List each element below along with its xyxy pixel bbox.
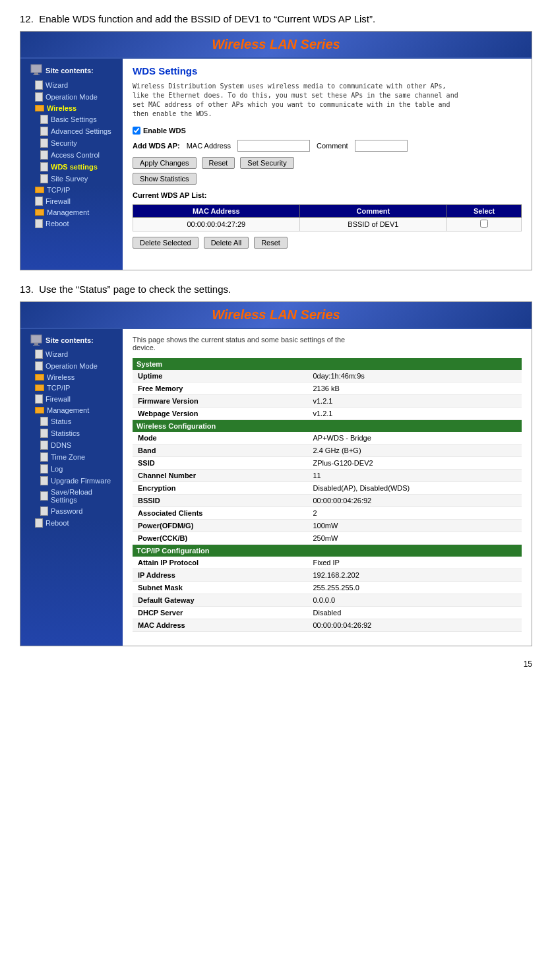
wds-description: Wireless Distribution System uses wirele…: [133, 82, 522, 119]
sidebar-item-firewall-status[interactable]: Firewall: [20, 393, 123, 405]
sidebar-item-log-status[interactable]: Log: [20, 463, 123, 475]
sidebar-item-statistics-status[interactable]: Statistics: [20, 427, 123, 439]
sidebar-status: Site contents: Wizard Operation Mode Wir…: [20, 329, 123, 646]
sidebar-item-wizard-wds[interactable]: Wizard: [20, 79, 123, 91]
sidebar-item-security-wds[interactable]: Security: [20, 137, 123, 149]
sidebar-item-status-status[interactable]: Status: [20, 415, 123, 427]
wds-section-title: WDS Settings: [133, 65, 522, 77]
bssid-value: 00:00:00:04:26:92: [308, 495, 522, 507]
wlan-header-1: Wireless LAN Series: [20, 32, 532, 57]
wireless-header-row: Wireless Configuration: [133, 420, 522, 433]
sidebar-item-wireless-wds[interactable]: Wireless: [20, 103, 123, 113]
sidebar-item-password-status[interactable]: Password: [20, 505, 123, 517]
sidebar-item-firmware-status[interactable]: Upgrade Firmware: [20, 475, 123, 487]
doc-icon-reboot-wds: [35, 219, 43, 228]
mac-label: MAC Address: [133, 619, 308, 632]
gateway-row: Default Gateway 0.0.0.0: [133, 594, 522, 607]
reset-button-1[interactable]: Reset: [202, 157, 235, 169]
attain-label: Attain IP Protocol: [133, 557, 308, 569]
sidebar-item-firewall-wds[interactable]: Firewall: [20, 195, 123, 207]
svg-rect-4: [34, 343, 38, 345]
power-ofdm-row: Power(OFDM/G) 100mW: [133, 520, 522, 532]
cell-mac-1: 00:00:00:04:27:29: [133, 218, 300, 231]
sidebar-item-advanced-wds[interactable]: Advanced Settings: [20, 125, 123, 137]
sidebar-item-reboot-wds[interactable]: Reboot: [20, 218, 123, 230]
enable-wds-checkbox[interactable]: [133, 127, 140, 135]
mac-row: MAC Address 00:00:00:04:26:92: [133, 619, 522, 632]
power-cck-label: Power(CCK/B): [133, 532, 308, 545]
sidebar-title-text-wds: Site contents:: [46, 67, 94, 75]
sidebar-item-opmode-status[interactable]: Operation Mode: [20, 360, 123, 372]
svg-rect-2: [33, 75, 40, 75]
main-content-wds: WDS Settings Wireless Distribution Syste…: [123, 59, 532, 270]
band-row: Band 2.4 GHz (B+G): [133, 444, 522, 457]
doc-icon-firewall-status: [35, 394, 43, 404]
pc-icon-wds: [30, 63, 43, 78]
dhcp-label: DHCP Server: [133, 607, 308, 619]
doc-icon-reboot-status: [35, 518, 43, 528]
sidebar-item-tcpip-wds[interactable]: TCP/IP: [20, 185, 123, 195]
sidebar-wds: Site contents: Wizard Operation Mode Wir…: [20, 59, 123, 270]
svg-rect-3: [31, 335, 42, 343]
sidebar-item-access-wds[interactable]: Access Control: [20, 149, 123, 161]
ssid-row: SSID ZPlus-G120-DEV2: [133, 457, 522, 470]
sidebar-item-wizard-status[interactable]: Wizard: [20, 348, 123, 360]
cell-select-1[interactable]: [447, 218, 522, 231]
page-number: 15: [20, 659, 532, 669]
dhcp-row: DHCP Server Disabled: [133, 607, 522, 619]
set-security-button[interactable]: Set Security: [240, 157, 293, 169]
col-select: Select: [447, 205, 522, 218]
show-statistics-button[interactable]: Show Statistics: [133, 173, 197, 185]
col-mac: MAC Address: [133, 205, 300, 218]
sidebar-item-savereload-status[interactable]: Save/Reload Settings: [20, 487, 123, 505]
select-checkbox-1[interactable]: [480, 220, 488, 228]
doc-icon-status-status: [40, 417, 48, 426]
doc-icon-firmware-status: [40, 476, 48, 485]
doc-icon-wizard-status: [35, 350, 43, 359]
sidebar-item-mgmt-wds[interactable]: Management: [20, 207, 123, 218]
sidebar-item-reboot-status[interactable]: Reboot: [20, 517, 123, 529]
sidebar-item-timezone-status[interactable]: Time Zone: [20, 451, 123, 463]
mac-input[interactable]: [237, 140, 310, 152]
subnet-label: Subnet Mask: [133, 582, 308, 594]
comment-input[interactable]: [355, 140, 408, 152]
folder-icon-wireless-status: [35, 374, 44, 381]
reset-button-2[interactable]: Reset: [254, 237, 288, 249]
folder-icon-mgmt-wds: [35, 209, 44, 216]
uptime-label: Uptime: [133, 370, 308, 383]
tcpip-header-row: TCP/IP Configuration: [133, 545, 522, 557]
mode-value: AP+WDS - Bridge: [308, 432, 522, 444]
sidebar-item-basic-wds[interactable]: Basic Settings: [20, 113, 123, 125]
doc-icon-wds-settings: [40, 162, 48, 171]
apply-changes-button[interactable]: Apply Changes: [133, 157, 197, 169]
bssid-label: BSSID: [133, 495, 308, 507]
svg-rect-1: [34, 73, 38, 75]
ssid-label: SSID: [133, 457, 308, 470]
add-wds-row: Add WDS AP: MAC Address Comment: [133, 140, 522, 152]
sidebar-item-survey-wds[interactable]: Site Survey: [20, 173, 123, 185]
system-header-cell: System: [133, 358, 522, 370]
svg-rect-5: [33, 345, 40, 346]
enable-wds-label[interactable]: Enable WDS: [133, 127, 186, 135]
subnet-value: 255.255.255.0: [308, 582, 522, 594]
doc-icon-ddns-status: [40, 441, 48, 450]
sidebar-item-wds-settings[interactable]: WDS settings: [20, 161, 123, 173]
folder-icon-mgmt-status: [35, 407, 44, 413]
sidebar-item-opmode-wds[interactable]: Operation Mode: [20, 91, 123, 103]
wds-button-row-2: Show Statistics: [133, 173, 522, 185]
subnet-row: Subnet Mask 255.255.255.0: [133, 582, 522, 594]
sidebar-item-tcpip-status[interactable]: TCP/IP: [20, 383, 123, 393]
doc-icon-advanced-wds: [40, 127, 48, 136]
sidebar-item-ddns-status[interactable]: DDNS: [20, 439, 123, 451]
delete-selected-button[interactable]: Delete Selected: [133, 237, 199, 249]
sidebar-item-wireless-status[interactable]: Wireless: [20, 372, 123, 383]
sidebar-item-mgmt-status[interactable]: Management: [20, 405, 123, 415]
current-list-title: Current WDS AP List:: [133, 191, 522, 199]
ip-row: IP Address 192.168.2.202: [133, 569, 522, 582]
mode-row: Mode AP+WDS - Bridge: [133, 432, 522, 444]
main-content-status: This page shows the current status and s…: [123, 329, 532, 646]
delete-all-button[interactable]: Delete All: [204, 237, 249, 249]
doc-icon-timezone-status: [40, 452, 48, 462]
doc-icon-log-status: [40, 464, 48, 474]
col-comment: Comment: [299, 205, 447, 218]
